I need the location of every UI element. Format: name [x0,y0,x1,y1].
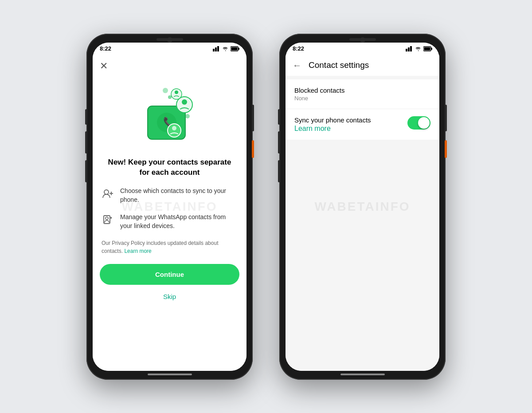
feature-item-1: Manage your WhatsApp contacts from your … [102,213,238,230]
phone-2-volume-down [278,131,280,153]
sync-toggle[interactable] [407,116,430,130]
illustration-area: 📞 [93,77,246,157]
toggle-knob [418,117,430,129]
settings-section: Blocked contacts None Sync your phone co… [286,79,439,140]
toggle-container [407,116,430,130]
back-button[interactable]: ← [293,60,301,71]
phone-button-orange [252,140,254,158]
phone-1: 8:22 [86,34,253,380]
feature-list: Choose which contacts to sync to your ph… [93,187,246,230]
privacy-note: Our Privacy Policy includes updated deta… [102,239,238,255]
battery-icon-2 [423,46,432,51]
signal-icon-2 [406,46,413,51]
svg-point-14 [175,90,178,94]
phone-volume-up-button [85,109,87,125]
svg-point-10 [172,126,176,130]
close-button[interactable]: ✕ [93,55,246,77]
home-indicator-1 [148,374,192,375]
privacy-text: Our Privacy Policy includes updated deta… [102,240,218,254]
feature-item-text-1: Manage your WhatsApp contacts from your … [120,213,238,230]
status-bar-1: 8:22 [93,43,246,55]
blocked-contacts-item[interactable]: Blocked contacts None [286,79,439,109]
phone-2-button-left3 [278,160,280,182]
phone-button-left3 [85,160,87,182]
sync-contacts-label: Sync your phone contacts [294,116,407,124]
close-icon: ✕ [100,60,108,71]
svg-marker-25 [410,46,412,51]
phone-2-camera [360,37,365,43]
feature-screen: WABETAINFO ✕ 📞 [93,55,246,371]
svg-point-22 [106,217,108,220]
learn-more-link[interactable]: Learn more [124,248,151,254]
svg-point-15 [168,95,172,99]
signal-icon-1 [213,46,220,51]
sync-contacts-left: Sync your phone contacts Learn more [294,116,407,133]
phone-camera [167,37,172,43]
svg-rect-4 [239,47,240,50]
manage-contacts-icon [102,214,114,226]
watermark-2: WABETAINFO [314,200,410,214]
status-icons-1 [213,46,239,51]
status-time-2: 8:22 [293,45,304,52]
skip-button[interactable]: Skip [93,289,246,304]
status-bar-2: 8:22 [286,43,439,55]
feature-item-text-0: Choose which contacts to sync to your ph… [120,187,238,204]
contacts-illustration: 📞 [137,82,203,148]
svg-rect-28 [424,47,430,50]
svg-point-17 [185,114,190,118]
svg-marker-2 [217,46,219,51]
phone-2-volume-up [278,109,280,125]
phone-2-screen: 8:22 [286,43,439,371]
phone-power-button [252,105,254,131]
toolbar: ← Contact settings [286,55,439,76]
svg-point-12 [182,99,187,105]
blocked-contacts-value: None [294,95,430,102]
add-contacts-icon [102,188,114,200]
wifi-icon-2 [415,46,422,51]
phones-container: 8:22 [86,34,446,380]
svg-marker-0 [213,49,215,51]
svg-marker-24 [408,47,410,51]
svg-point-18 [104,190,109,194]
phone-2-button-orange [445,140,447,158]
feature-title: New! Keep your contacts separate for eac… [93,157,246,187]
svg-rect-5 [231,47,238,50]
blocked-contacts-label: Blocked contacts [294,87,430,94]
contact-settings-screen: WABETAINFO ← Contact settings Blocked co… [286,55,439,371]
svg-marker-1 [215,47,217,51]
phone-volume-down-button [85,131,87,153]
svg-rect-27 [431,47,433,50]
continue-button[interactable]: Continue [100,264,239,285]
sync-learn-more-link[interactable]: Learn more [294,125,331,132]
wifi-icon-1 [222,46,229,51]
phone-1-screen: 8:22 [93,43,246,371]
feature-item-0: Choose which contacts to sync to your ph… [102,187,238,204]
svg-marker-23 [406,49,407,51]
home-indicator-2 [340,374,385,375]
status-time-1: 8:22 [100,45,111,52]
battery-icon-1 [231,46,239,51]
svg-point-16 [163,88,168,93]
sync-contacts-item: Sync your phone contacts Learn more [286,109,439,140]
status-icons-2 [406,46,432,51]
screen-title: Contact settings [309,60,369,70]
phone-2-power-button [445,105,447,131]
phone-2: 8:22 [279,34,446,380]
